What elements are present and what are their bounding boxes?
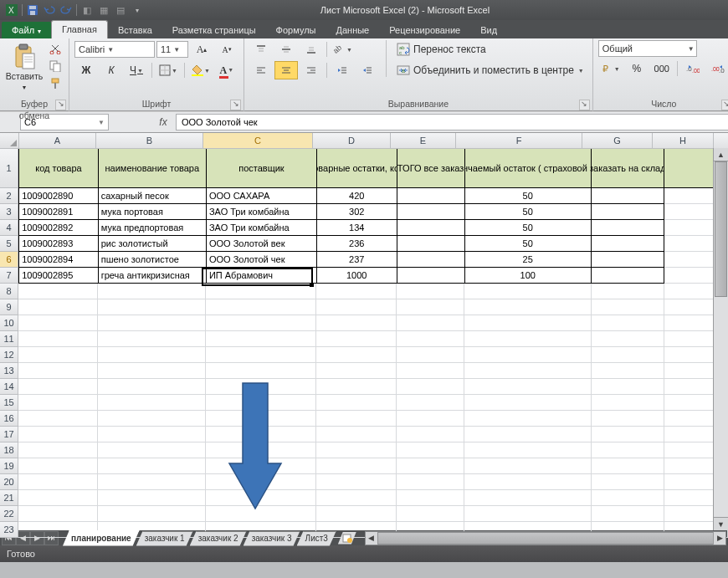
cell[interactable]: 100 [465, 268, 592, 284]
cell[interactable] [592, 347, 664, 363]
cell[interactable] [18, 379, 98, 395]
qat-btn[interactable]: ◧ [80, 3, 94, 17]
cell[interactable]: 50 [465, 188, 592, 204]
cell[interactable] [397, 395, 464, 411]
cell[interactable]: нескончаемый остаток ( страховой запас) [465, 149, 592, 188]
row-header[interactable]: 1 [0, 149, 18, 188]
tab-home[interactable]: Главная [51, 20, 108, 38]
cell[interactable]: 1009002895 [18, 268, 99, 284]
cell[interactable] [464, 395, 591, 411]
cell[interactable] [316, 284, 397, 299]
cell[interactable] [464, 347, 591, 363]
increase-decimal-button[interactable]: .0.00 [681, 59, 705, 78]
cell[interactable]: 236 [317, 236, 397, 252]
cell[interactable] [206, 299, 316, 315]
cell[interactable] [464, 363, 591, 379]
scrollbar-thumb[interactable] [377, 532, 714, 545]
dialog-launcher-icon[interactable]: ↘ [721, 100, 728, 110]
paste-button[interactable]: Вставить ▼ [5, 40, 44, 95]
cell[interactable] [98, 411, 206, 427]
cell[interactable] [98, 474, 206, 490]
tab-formulas[interactable]: Формулы [266, 22, 326, 38]
cell[interactable] [98, 379, 206, 395]
cell[interactable] [592, 315, 664, 331]
cell[interactable] [592, 442, 664, 458]
cell[interactable]: 50 [465, 204, 592, 220]
cell[interactable] [397, 315, 464, 331]
cell[interactable] [592, 490, 664, 506]
dialog-launcher-icon[interactable]: ↘ [230, 100, 241, 110]
cell[interactable] [464, 411, 591, 427]
cell[interactable]: товарные остатки, кор [317, 149, 397, 188]
cell[interactable] [397, 506, 464, 522]
row-header[interactable]: 5 [0, 236, 18, 252]
cell[interactable] [592, 220, 664, 236]
font-color-button[interactable]: A▼ [215, 61, 238, 79]
cell[interactable]: 1009002894 [18, 252, 99, 268]
cell[interactable] [592, 474, 664, 490]
row-header[interactable]: 14 [0, 379, 18, 395]
cell[interactable]: 1009002890 [18, 188, 99, 204]
row-header[interactable]: 2 [0, 188, 18, 204]
cell[interactable] [592, 284, 664, 299]
column-header[interactable]: H [653, 133, 714, 148]
cell[interactable] [397, 490, 464, 506]
cell[interactable] [98, 363, 206, 379]
cut-button[interactable] [47, 40, 64, 57]
column-header[interactable]: F [456, 133, 582, 148]
row-header[interactable]: 13 [0, 363, 18, 379]
scroll-down-icon[interactable]: ▼ [714, 517, 728, 530]
cell[interactable]: 1009002893 [18, 236, 99, 252]
column-header[interactable]: B [96, 133, 203, 148]
cell[interactable] [98, 347, 206, 363]
cell[interactable]: заказать на склад [592, 149, 664, 188]
cell[interactable]: мука предпортовая [99, 220, 207, 236]
copy-button[interactable] [47, 58, 64, 74]
cell[interactable] [397, 347, 464, 363]
cell[interactable]: 1000 [317, 268, 397, 284]
cell[interactable]: 1009002891 [18, 204, 99, 220]
cell[interactable] [206, 347, 316, 363]
cell[interactable]: греча антикризисная [99, 268, 207, 284]
row-header[interactable]: 9 [0, 299, 18, 315]
merge-center-button[interactable]: a Объединить и поместить в центре▼ [393, 61, 587, 79]
cell[interactable] [18, 458, 98, 474]
row-header[interactable]: 4 [0, 220, 18, 236]
cell[interactable] [316, 379, 397, 395]
cell[interactable] [316, 427, 397, 442]
cell[interactable]: ООО Золотой век [207, 236, 317, 252]
cell[interactable] [592, 188, 664, 204]
cell[interactable] [397, 474, 464, 490]
cell[interactable]: ИП Абрамович [207, 268, 317, 284]
font-name-combo[interactable]: Calibri▼ [74, 41, 155, 58]
cell[interactable] [206, 284, 316, 299]
row-header[interactable]: 6 [0, 252, 18, 268]
wrap-text-button[interactable]: abc Перенос текста [393, 40, 587, 59]
redo-icon[interactable] [59, 3, 73, 17]
cell[interactable] [592, 252, 664, 268]
cell[interactable] [464, 458, 591, 474]
cell[interactable] [316, 299, 397, 315]
cell[interactable] [18, 411, 98, 427]
formula-bar[interactable]: ООО Золотой чек [176, 114, 728, 130]
cell[interactable] [18, 284, 98, 299]
cell[interactable] [316, 458, 397, 474]
tab-view[interactable]: Вид [470, 22, 507, 38]
cell[interactable]: мука портовая [99, 204, 207, 220]
number-format-combo[interactable]: Общий▼ [598, 40, 697, 57]
tab-file[interactable]: Файл [2, 22, 51, 38]
select-all-corner[interactable] [0, 133, 19, 148]
cell[interactable]: 1009002892 [18, 220, 99, 236]
align-top-button[interactable] [249, 40, 273, 59]
cell[interactable] [18, 347, 98, 363]
cell[interactable] [464, 506, 591, 522]
row-header[interactable]: 21 [0, 490, 18, 506]
cell[interactable] [592, 427, 664, 442]
sheet-tab[interactable]: планирование [63, 530, 140, 546]
cell[interactable] [397, 458, 464, 474]
row-header[interactable]: 11 [0, 331, 18, 347]
cell[interactable] [316, 331, 397, 347]
row-header[interactable]: 3 [0, 204, 18, 220]
cell[interactable] [98, 490, 206, 506]
cell[interactable]: сахарный песок [99, 188, 207, 204]
